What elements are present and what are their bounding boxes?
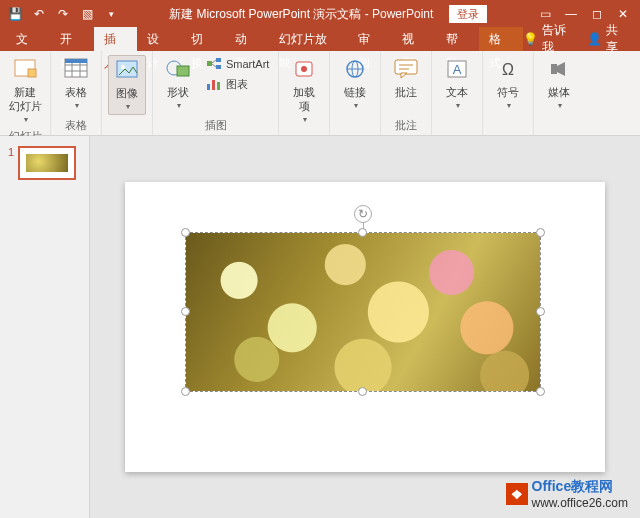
ribbon-tabs: 文件 开始 插入 设计 切换 动画 幻灯片放映 审阅 视图 帮助 格式 💡 告诉… (0, 27, 640, 51)
images-button[interactable]: 图像 ▾ (108, 55, 146, 115)
links-button[interactable]: 链接 ▾ (336, 55, 374, 113)
redo-icon[interactable]: ↷ (54, 5, 72, 23)
resize-handle-mr[interactable] (536, 307, 545, 316)
save-icon[interactable]: 💾 (6, 5, 24, 23)
group-label-tables: 表格 (65, 118, 87, 133)
thumbnail-slide-1[interactable]: 1 (8, 146, 81, 180)
svg-rect-25 (395, 60, 417, 74)
svg-rect-17 (207, 84, 210, 90)
text-label: 文本 (446, 85, 468, 99)
chevron-down-icon: ▾ (456, 99, 460, 113)
tab-format[interactable]: 格式 (479, 27, 523, 51)
group-images: 图像 ▾ (102, 51, 153, 135)
slide-editor[interactable]: ❖ Office教程网 www.office26.com (90, 136, 640, 518)
chevron-down-icon: ▾ (507, 99, 511, 113)
addins-label: 加载 项 (293, 85, 315, 113)
svg-rect-12 (207, 61, 212, 66)
picture-content (186, 233, 540, 391)
tab-review[interactable]: 审阅 (348, 27, 392, 51)
watermark-brand: Office (532, 478, 572, 494)
group-links: 链接 ▾ (330, 51, 381, 135)
tab-insert[interactable]: 插入 (94, 27, 138, 51)
tab-home[interactable]: 开始 (50, 27, 94, 51)
symbols-button[interactable]: Ω 符号 ▾ (489, 55, 527, 113)
undo-icon[interactable]: ↶ (30, 5, 48, 23)
title-center: 新建 Microsoft PowerPoint 演示文稿 - PowerPoin… (120, 5, 536, 23)
symbols-label: 符号 (497, 85, 519, 99)
media-label: 媒体 (548, 85, 570, 99)
table-button[interactable]: 表格 ▾ (57, 55, 95, 113)
resize-handle-bm[interactable] (358, 387, 367, 396)
chevron-down-icon: ▾ (126, 100, 130, 114)
watermark-suffix: 教程网 (571, 478, 613, 494)
tab-help[interactable]: 帮助 (436, 27, 480, 51)
chevron-down-icon: ▾ (177, 99, 181, 113)
resize-handle-br[interactable] (536, 387, 545, 396)
slide-number: 1 (8, 146, 14, 180)
selected-picture[interactable] (185, 232, 541, 392)
slide-canvas[interactable] (125, 182, 605, 472)
thumbnail-pane[interactable]: 1 (0, 136, 90, 518)
smartart-button[interactable]: SmartArt (203, 55, 272, 73)
resize-handle-tm[interactable] (358, 228, 367, 237)
resize-handle-tl[interactable] (181, 228, 190, 237)
tab-slideshow[interactable]: 幻灯片放映 (269, 27, 348, 51)
chart-label: 图表 (226, 77, 248, 92)
addins-icon (290, 55, 318, 83)
svg-rect-14 (216, 65, 221, 69)
group-comments: 批注 批注 (381, 51, 432, 135)
login-button[interactable]: 登录 (449, 5, 487, 23)
svg-rect-19 (217, 82, 220, 90)
text-button[interactable]: A 文本 ▾ (438, 55, 476, 113)
svg-rect-18 (212, 80, 215, 90)
links-label: 链接 (344, 85, 366, 99)
svg-rect-7 (65, 59, 87, 63)
new-slide-button[interactable]: 新建 幻灯片 ▾ (6, 55, 44, 127)
tab-view[interactable]: 视图 (392, 27, 436, 51)
svg-rect-13 (216, 58, 221, 62)
share-icon: 👤 (587, 32, 602, 46)
table-icon (62, 55, 90, 83)
svg-text:A: A (453, 62, 462, 77)
qat: 💾 ↶ ↷ ▧ ▾ (0, 5, 120, 23)
group-symbols: Ω 符号 ▾ (483, 51, 534, 135)
comment-icon (392, 55, 420, 83)
thumbnail-preview[interactable] (18, 146, 76, 180)
tab-animations[interactable]: 动画 (225, 27, 269, 51)
resize-handle-ml[interactable] (181, 307, 190, 316)
chart-button[interactable]: 图表 (203, 75, 272, 93)
tab-file[interactable]: 文件 (6, 27, 50, 51)
tab-transitions[interactable]: 切换 (181, 27, 225, 51)
share-button[interactable]: 👤 共享 (587, 22, 630, 56)
chart-icon (206, 76, 222, 92)
start-from-beginning-icon[interactable]: ▧ (78, 5, 96, 23)
group-label-comments: 批注 (395, 118, 417, 133)
shapes-label: 形状 (167, 85, 189, 99)
images-label: 图像 (116, 86, 138, 100)
addins-button[interactable]: 加载 项 ▾ (285, 55, 323, 127)
qat-dropdown-icon[interactable]: ▾ (102, 5, 120, 23)
ribbon-options-icon[interactable]: ▭ (536, 5, 554, 23)
watermark: ❖ Office教程网 www.office26.com (506, 478, 629, 510)
shapes-button[interactable]: 形状 ▾ (159, 55, 197, 113)
lightbulb-icon: 💡 (523, 32, 538, 46)
resize-handle-tr[interactable] (536, 228, 545, 237)
close-icon[interactable]: ✕ (614, 5, 632, 23)
svg-marker-26 (401, 73, 407, 78)
shapes-icon (164, 55, 192, 83)
tab-design[interactable]: 设计 (137, 27, 181, 51)
minimize-icon[interactable]: — (562, 5, 580, 23)
picture-icon (113, 56, 141, 84)
svg-point-9 (121, 65, 125, 69)
resize-handle-bl[interactable] (181, 387, 190, 396)
chevron-down-icon: ▾ (75, 99, 79, 113)
smartart-label: SmartArt (226, 58, 269, 70)
link-icon (341, 55, 369, 83)
office-logo-icon: ❖ (506, 483, 528, 505)
maximize-icon[interactable]: ◻ (588, 5, 606, 23)
comments-button[interactable]: 批注 (387, 55, 425, 99)
svg-text:Ω: Ω (502, 61, 514, 78)
svg-point-21 (301, 66, 307, 72)
rotate-handle[interactable] (354, 205, 372, 223)
media-button[interactable]: 媒体 ▾ (540, 55, 578, 113)
